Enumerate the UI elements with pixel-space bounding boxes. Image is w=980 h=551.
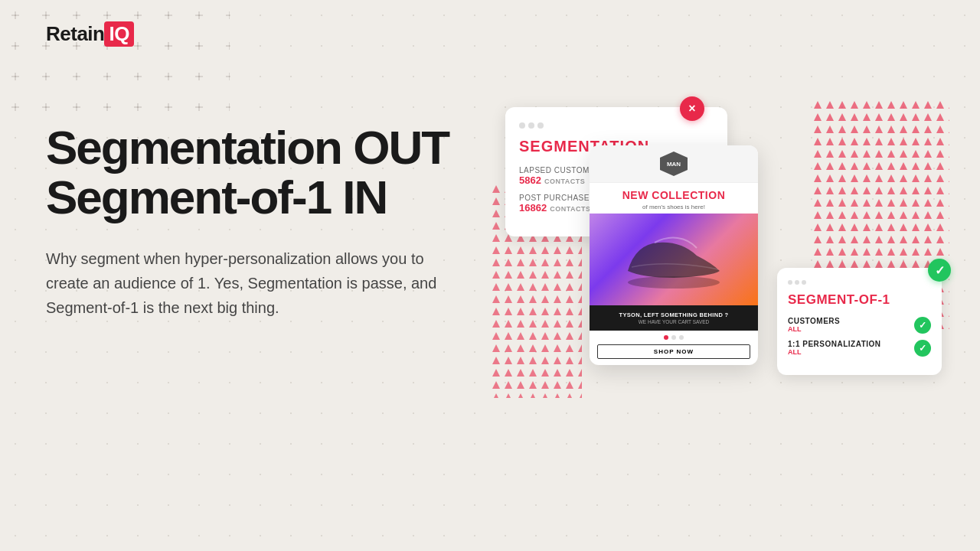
segment-of-1-card: ✓ SEGMENT-OF-1 CUSTOMERS ALL ✓ 1:1 PERSO… xyxy=(777,268,942,375)
nav-dot-1 xyxy=(664,335,668,340)
card-dots xyxy=(519,122,714,129)
seg1-dot-1 xyxy=(788,280,792,285)
personalization-check-icon: ✓ xyxy=(914,340,931,357)
illustration-area: SEGMENTATION LAPSED CUSTOMERS (60 Days) … xyxy=(490,99,949,436)
new-collection-title: NEW COLLECTION xyxy=(597,189,750,202)
dot-2 xyxy=(528,122,534,129)
email-new-collection-section: NEW COLLECTION of men's shoes is here! xyxy=(590,183,758,214)
shop-now-button[interactable]: SHOP NOW xyxy=(597,344,750,359)
email-brand-header: MAN xyxy=(590,145,758,183)
cross-grid-pattern xyxy=(0,0,230,115)
body-text: Why segment when hyper-personalization a… xyxy=(46,246,444,320)
header: Retain IQ xyxy=(46,21,134,47)
close-button[interactable]: × xyxy=(680,96,704,121)
seg1-personalization-sub: ALL xyxy=(788,348,908,356)
logo: Retain IQ xyxy=(46,21,134,47)
seg1-row1-content: CUSTOMERS ALL xyxy=(788,317,908,333)
seg1-customers-label: CUSTOMERS xyxy=(788,317,908,325)
logo-retain: Retain xyxy=(46,22,104,46)
cta-sub-text: WE HAVE YOUR CART SAVED xyxy=(597,319,750,324)
seg1-dot-2 xyxy=(795,280,799,285)
dot-3 xyxy=(537,122,544,129)
email-cta-section: TYSON, LEFT SOMETHING BEHIND ? WE HAVE Y… xyxy=(590,305,758,331)
seg1-dots xyxy=(788,280,931,285)
email-dots-nav xyxy=(590,331,758,344)
seg1-personalization-label: 1:1 PERSONALIZATION xyxy=(788,340,908,348)
heading-line2: Segment-of-1 IN xyxy=(46,171,387,223)
left-content: Segmentation OUT Segment-of-1 IN Why seg… xyxy=(46,122,490,320)
seg1-row2-content: 1:1 PERSONALIZATION ALL xyxy=(788,340,908,356)
new-collection-sub: of men's shoes is here! xyxy=(597,204,750,210)
seg-row1-count-label: CONTACTS xyxy=(544,178,585,185)
brand-hexagon: MAN xyxy=(660,152,688,176)
email-card: MAN NEW COLLECTION of men's shoes is her… xyxy=(590,145,758,365)
cta-main-text: TYSON, LEFT SOMETHING BEHIND ? xyxy=(597,311,750,318)
seg1-row-2: 1:1 PERSONALIZATION ALL ✓ xyxy=(788,340,931,357)
seg1-customers-sub: ALL xyxy=(788,325,908,333)
top-check-icon: ✓ xyxy=(928,259,951,282)
dot-1 xyxy=(519,122,525,129)
customers-check-icon: ✓ xyxy=(914,317,931,334)
seg-row1-count: 5862 xyxy=(519,174,541,186)
nav-dot-2 xyxy=(671,335,676,340)
shoe-svg xyxy=(612,221,735,298)
seg1-row-1: CUSTOMERS ALL ✓ xyxy=(788,317,931,334)
nav-dot-3 xyxy=(679,335,684,340)
heading-line1: Segmentation OUT xyxy=(46,121,449,174)
seg-row2-count-label: CONTACTS xyxy=(550,205,590,213)
seg-row2-count: 16862 xyxy=(519,202,547,214)
product-image xyxy=(590,214,758,305)
svg-rect-2 xyxy=(0,0,230,115)
logo-iq: IQ xyxy=(104,21,133,47)
main-heading: Segmentation OUT Segment-of-1 IN xyxy=(46,122,490,222)
seg1-dot-3 xyxy=(802,280,806,285)
svg-point-7 xyxy=(628,276,720,289)
seg1-title: SEGMENT-OF-1 xyxy=(788,292,931,308)
